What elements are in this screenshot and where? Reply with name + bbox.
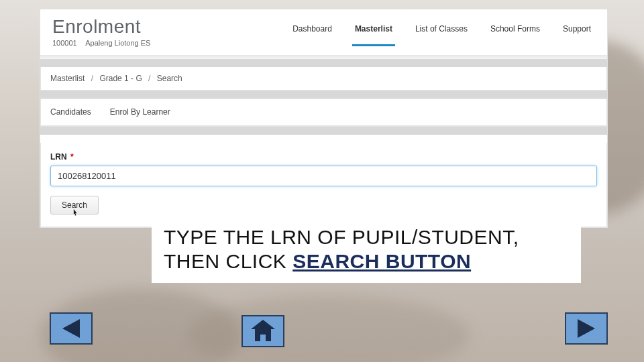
nav-tab-school-forms[interactable]: School Forms	[489, 20, 541, 46]
instruction-line-2: THEN CLICK SEARCH BUTTON	[164, 249, 569, 274]
instruction-line-1: TYPE THE LRN OF PUPIL/STUDENT,	[164, 225, 569, 249]
sub-nav: Candidates Enrol By Learner	[41, 99, 606, 126]
nav-tab-support[interactable]: Support	[561, 20, 592, 46]
nav-tab-dashboard[interactable]: Dashboard	[291, 20, 333, 46]
instruction-line-2-bold: SEARCH BUTTON	[292, 250, 471, 272]
page-title: Enrolment	[52, 16, 150, 38]
lrn-input[interactable]	[50, 166, 597, 186]
app-header: Enrolment 100001 Apaleng Liotong ES Dash…	[40, 9, 607, 55]
subtab-candidates[interactable]: Candidates	[50, 99, 91, 126]
panel-gap	[40, 90, 607, 99]
breadcrumb-item: Search	[157, 74, 182, 83]
breadcrumb-item[interactable]: Masterlist	[50, 74, 85, 83]
instruction-line-2-prefix: THEN CLICK	[164, 250, 292, 272]
breadcrumb-sep: /	[148, 74, 150, 83]
brand-block: Enrolment 100001 Apaleng Liotong ES	[40, 9, 162, 55]
subtab-enrol-by-learner[interactable]: Enrol By Learner	[110, 99, 170, 126]
lrn-label: LRN *	[50, 152, 597, 162]
main-nav: Dashboard Masterlist List of Classes Sch…	[291, 9, 607, 46]
school-id: 100001	[52, 39, 77, 47]
panel-gap	[40, 127, 607, 135]
lrn-label-text: LRN	[50, 152, 67, 162]
nav-tab-masterlist[interactable]: Masterlist	[354, 20, 394, 46]
panel-gap	[40, 59, 607, 67]
next-slide-button[interactable]	[565, 312, 608, 345]
required-indicator: *	[70, 152, 74, 162]
school-subhead: 100001 Apaleng Liotong ES	[52, 39, 150, 47]
instruction-callout: TYPE THE LRN OF PUPIL/STUDENT, THEN CLIC…	[152, 220, 581, 283]
breadcrumb-item[interactable]: Grade 1 - G	[99, 74, 142, 83]
home-icon	[251, 321, 275, 341]
background-blur	[188, 295, 470, 362]
nav-tab-list-of-classes[interactable]: List of Classes	[414, 20, 469, 46]
breadcrumb-sep: /	[91, 74, 93, 83]
app-window: Enrolment 100001 Apaleng Liotong ES Dash…	[40, 9, 607, 227]
subtabs-panel: Candidates Enrol By Learner	[40, 99, 607, 127]
breadcrumb-panel: Masterlist / Grade 1 - G / Search	[40, 67, 607, 90]
prev-slide-button[interactable]	[50, 312, 93, 345]
arrow-right-icon	[578, 319, 595, 338]
search-button[interactable]: Search	[50, 196, 99, 215]
arrow-left-icon	[62, 319, 80, 338]
subtab-underline	[41, 125, 606, 126]
form-panel: LRN * Search	[40, 143, 607, 227]
school-name: Apaleng Liotong ES	[85, 39, 150, 47]
breadcrumb: Masterlist / Grade 1 - G / Search	[41, 67, 606, 90]
home-slide-button[interactable]	[241, 315, 284, 347]
